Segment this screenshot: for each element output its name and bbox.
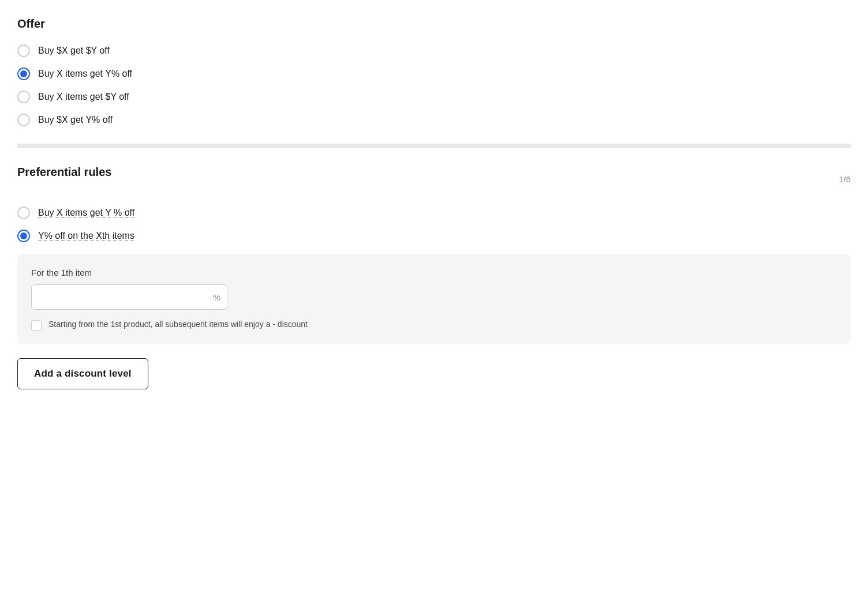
offer-option-4[interactable]: Buy $X get Y% off (17, 114, 851, 126)
preferential-radio-group: Buy X items get Y % off Y% off on the Xt… (17, 206, 851, 242)
input-row: % (31, 284, 837, 310)
offer-radio-4[interactable] (17, 114, 30, 126)
card-label: For the 1th item (31, 268, 837, 277)
offer-title: Offer (17, 17, 851, 31)
discount-card: For the 1th item % Starting from the 1st… (17, 254, 851, 344)
offer-option-4-label: Buy $X get Y% off (38, 115, 113, 125)
offer-radio-group: Buy $X get $Y off Buy X items get Y% off… (17, 44, 851, 126)
offer-option-2-label: Buy X items get Y% off (38, 69, 132, 79)
checkbox-row: Starting from the 1st product, all subse… (31, 319, 837, 330)
discount-percent-input[interactable] (31, 284, 227, 310)
preferential-title: Preferential rules (17, 166, 111, 179)
preferential-option-1-label: Buy X items get Y % off (38, 208, 134, 218)
offer-option-3[interactable]: Buy X items get $Y off (17, 91, 851, 103)
preferential-option-2-label: Y% off on the Xth items (38, 231, 134, 241)
page-container: Offer Buy $X get $Y off Buy X items get … (0, 0, 868, 412)
add-discount-button[interactable]: Add a discount level (17, 358, 148, 389)
subsequent-items-checkbox[interactable] (31, 320, 42, 330)
preferential-option-1[interactable]: Buy X items get Y % off (17, 206, 851, 219)
checkbox-label: Starting from the 1st product, all subse… (48, 319, 308, 330)
preferential-radio-1[interactable] (17, 206, 30, 219)
offer-option-1-label: Buy $X get $Y off (38, 46, 110, 56)
offer-radio-1[interactable] (17, 44, 30, 57)
offer-option-3-label: Buy X items get $Y off (38, 92, 129, 102)
offer-section: Offer Buy $X get $Y off Buy X items get … (17, 17, 851, 148)
offer-option-1[interactable]: Buy $X get $Y off (17, 44, 851, 57)
offer-radio-2[interactable] (17, 67, 30, 80)
offer-option-2[interactable]: Buy X items get Y% off (17, 67, 851, 80)
preferential-radio-2[interactable] (17, 230, 30, 242)
section-header: Preferential rules 1/6 (17, 166, 851, 193)
preferential-section: Preferential rules 1/6 Buy X items get Y… (17, 148, 851, 389)
percent-input-wrapper: % (31, 284, 227, 310)
preferential-option-2[interactable]: Y% off on the Xth items (17, 230, 851, 242)
offer-radio-3[interactable] (17, 91, 30, 103)
section-counter: 1/6 (839, 174, 851, 184)
